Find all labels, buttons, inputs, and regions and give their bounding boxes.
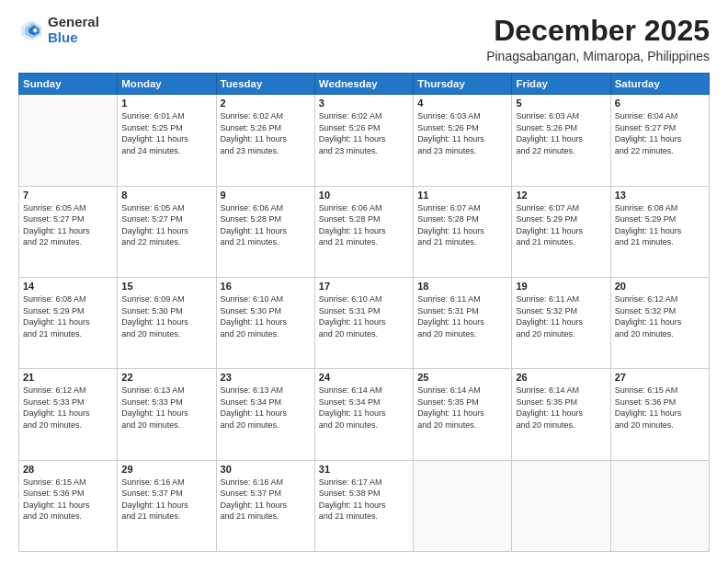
calendar-cell: 25Sunrise: 6:14 AMSunset: 5:35 PMDayligh… [414,369,512,460]
day-info: Sunrise: 6:14 AMSunset: 5:35 PMDaylight:… [516,385,606,431]
day-info: Sunrise: 6:16 AMSunset: 5:37 PMDaylight:… [221,477,311,523]
logo: General Blue [18,15,99,45]
calendar-header-row: SundayMondayTuesdayWednesdayThursdayFrid… [19,74,710,95]
day-number: 17 [319,281,409,292]
day-number: 16 [221,281,311,292]
day-info: Sunrise: 6:02 AMSunset: 5:26 PMDaylight:… [319,110,409,156]
header: General Blue December 2025 Pinagsabangan… [18,15,710,63]
day-info: Sunrise: 6:12 AMSunset: 5:32 PMDaylight:… [615,293,705,339]
calendar-header-tuesday: Tuesday [216,74,314,95]
calendar-cell: 19Sunrise: 6:11 AMSunset: 5:32 PMDayligh… [512,277,610,368]
day-info: Sunrise: 6:05 AMSunset: 5:27 PMDaylight:… [121,202,211,248]
day-number: 9 [221,190,311,201]
calendar-week-row: 7Sunrise: 6:05 AMSunset: 5:27 PMDaylight… [19,186,710,277]
calendar-cell: 1Sunrise: 6:01 AMSunset: 5:25 PMDaylight… [118,95,216,186]
day-number: 12 [516,190,606,201]
calendar-table: SundayMondayTuesdayWednesdayThursdayFrid… [18,73,710,552]
calendar-cell: 10Sunrise: 6:06 AMSunset: 5:28 PMDayligh… [314,186,413,277]
calendar-cell: 14Sunrise: 6:08 AMSunset: 5:29 PMDayligh… [19,277,118,368]
day-info: Sunrise: 6:17 AMSunset: 5:38 PMDaylight:… [319,477,409,523]
logo-icon [18,17,44,43]
day-info: Sunrise: 6:01 AMSunset: 5:25 PMDaylight:… [121,110,211,156]
day-info: Sunrise: 6:04 AMSunset: 5:27 PMDaylight:… [615,110,705,156]
day-info: Sunrise: 6:15 AMSunset: 5:36 PMDaylight:… [615,385,705,431]
day-number: 5 [516,98,606,109]
calendar-cell: 31Sunrise: 6:17 AMSunset: 5:38 PMDayligh… [314,460,413,551]
page: General Blue December 2025 Pinagsabangan… [0,0,728,563]
calendar-cell: 22Sunrise: 6:13 AMSunset: 5:33 PMDayligh… [118,369,216,460]
calendar-cell: 21Sunrise: 6:12 AMSunset: 5:33 PMDayligh… [19,369,118,460]
day-number: 3 [319,98,409,109]
calendar-cell: 20Sunrise: 6:12 AMSunset: 5:32 PMDayligh… [610,277,709,368]
day-info: Sunrise: 6:13 AMSunset: 5:33 PMDaylight:… [121,385,211,431]
day-info: Sunrise: 6:14 AMSunset: 5:34 PMDaylight:… [319,385,409,431]
day-number: 27 [615,372,705,383]
day-number: 22 [121,372,211,383]
day-number: 26 [516,372,606,383]
calendar-cell: 30Sunrise: 6:16 AMSunset: 5:37 PMDayligh… [216,460,314,551]
day-info: Sunrise: 6:11 AMSunset: 5:31 PMDaylight:… [417,293,507,339]
day-info: Sunrise: 6:05 AMSunset: 5:27 PMDaylight:… [23,202,113,248]
day-info: Sunrise: 6:08 AMSunset: 5:29 PMDaylight:… [615,202,705,248]
calendar-cell: 23Sunrise: 6:13 AMSunset: 5:34 PMDayligh… [216,369,314,460]
calendar-week-row: 1Sunrise: 6:01 AMSunset: 5:25 PMDaylight… [19,95,710,186]
calendar-cell: 9Sunrise: 6:06 AMSunset: 5:28 PMDaylight… [216,186,314,277]
day-number: 11 [417,190,507,201]
day-info: Sunrise: 6:08 AMSunset: 5:29 PMDaylight:… [23,293,113,339]
day-info: Sunrise: 6:10 AMSunset: 5:31 PMDaylight:… [319,293,409,339]
calendar-cell [19,95,118,186]
day-number: 18 [417,281,507,292]
calendar-cell: 4Sunrise: 6:03 AMSunset: 5:26 PMDaylight… [414,95,512,186]
calendar-header-monday: Monday [118,74,216,95]
calendar-header-sunday: Sunday [19,74,118,95]
logo-general-text: General [48,15,99,30]
day-info: Sunrise: 6:10 AMSunset: 5:30 PMDaylight:… [221,293,311,339]
day-number: 1 [121,98,211,109]
day-info: Sunrise: 6:15 AMSunset: 5:36 PMDaylight:… [23,477,113,523]
day-number: 13 [615,190,705,201]
calendar-header-wednesday: Wednesday [314,74,413,95]
day-info: Sunrise: 6:03 AMSunset: 5:26 PMDaylight:… [417,110,507,156]
calendar-cell: 24Sunrise: 6:14 AMSunset: 5:34 PMDayligh… [314,369,413,460]
day-number: 14 [23,281,113,292]
month-title: December 2025 [486,15,710,47]
logo-blue-text: Blue [48,30,99,46]
calendar-header-saturday: Saturday [610,74,709,95]
calendar-cell: 12Sunrise: 6:07 AMSunset: 5:29 PMDayligh… [512,186,610,277]
calendar-cell: 8Sunrise: 6:05 AMSunset: 5:27 PMDaylight… [118,186,216,277]
calendar-cell: 5Sunrise: 6:03 AMSunset: 5:26 PMDaylight… [512,95,610,186]
day-number: 29 [121,464,211,475]
calendar-cell: 29Sunrise: 6:16 AMSunset: 5:37 PMDayligh… [118,460,216,551]
day-info: Sunrise: 6:13 AMSunset: 5:34 PMDaylight:… [221,385,311,431]
calendar-cell: 17Sunrise: 6:10 AMSunset: 5:31 PMDayligh… [314,277,413,368]
calendar-cell: 3Sunrise: 6:02 AMSunset: 5:26 PMDaylight… [314,95,413,186]
day-number: 20 [615,281,705,292]
day-number: 23 [221,372,311,383]
day-info: Sunrise: 6:12 AMSunset: 5:33 PMDaylight:… [23,385,113,431]
calendar-header-friday: Friday [512,74,610,95]
day-number: 30 [221,464,311,475]
day-number: 15 [121,281,211,292]
day-info: Sunrise: 6:03 AMSunset: 5:26 PMDaylight:… [516,110,606,156]
calendar-cell: 18Sunrise: 6:11 AMSunset: 5:31 PMDayligh… [414,277,512,368]
logo-text: General Blue [48,15,99,45]
calendar-cell: 28Sunrise: 6:15 AMSunset: 5:36 PMDayligh… [19,460,118,551]
calendar-header-thursday: Thursday [414,74,512,95]
day-info: Sunrise: 6:09 AMSunset: 5:30 PMDaylight:… [121,293,211,339]
calendar-cell: 6Sunrise: 6:04 AMSunset: 5:27 PMDaylight… [610,95,709,186]
title-section: December 2025 Pinagsabangan, Mimaropa, P… [486,15,710,63]
day-info: Sunrise: 6:14 AMSunset: 5:35 PMDaylight:… [417,385,507,431]
day-number: 19 [516,281,606,292]
day-info: Sunrise: 6:06 AMSunset: 5:28 PMDaylight:… [319,202,409,248]
calendar-week-row: 28Sunrise: 6:15 AMSunset: 5:36 PMDayligh… [19,460,710,551]
calendar-week-row: 21Sunrise: 6:12 AMSunset: 5:33 PMDayligh… [19,369,710,460]
calendar-week-row: 14Sunrise: 6:08 AMSunset: 5:29 PMDayligh… [19,277,710,368]
calendar-cell [512,460,610,551]
calendar-cell: 13Sunrise: 6:08 AMSunset: 5:29 PMDayligh… [610,186,709,277]
day-number: 10 [319,190,409,201]
calendar-cell: 26Sunrise: 6:14 AMSunset: 5:35 PMDayligh… [512,369,610,460]
calendar-cell [610,460,709,551]
day-info: Sunrise: 6:11 AMSunset: 5:32 PMDaylight:… [516,293,606,339]
calendar-cell [414,460,512,551]
day-number: 28 [23,464,113,475]
